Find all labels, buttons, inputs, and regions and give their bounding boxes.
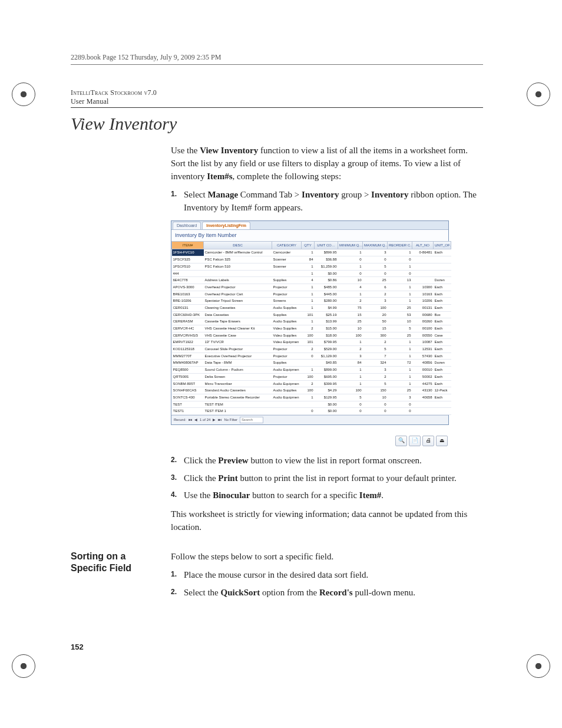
table-row[interactable]: BRE10163Overhead Projector CartProjector… — [172, 291, 451, 298]
column-header[interactable]: ALT_NO — [412, 241, 434, 249]
print-button[interactable]: 🖨 — [422, 436, 434, 446]
table-cell: $13.99 — [315, 318, 338, 325]
tab-inventory-listing[interactable]: InventoryListingFrm — [202, 222, 250, 229]
nav-next-icon[interactable]: ▶ — [213, 417, 216, 423]
table-cell: 100 — [302, 373, 315, 380]
table-cell: $18.00 — [315, 332, 338, 339]
table-cell: 1PSCF510 — [172, 263, 204, 270]
running-head: IntelliTrack Stockroom v7.0 User Manual — [71, 88, 483, 106]
text: button to view the list in report format… — [249, 456, 422, 465]
table-cell: Cassette Tape Erasers — [204, 318, 272, 325]
table-cell: Supplies — [272, 277, 302, 284]
table-cell: 5 — [363, 346, 388, 353]
sort-step-1: 1. Place the mouse cursor in the desired… — [171, 569, 483, 582]
table-row[interactable]: CERERASMCassette Tape ErasersAudio Suppl… — [172, 318, 451, 325]
text: Use the — [171, 146, 200, 155]
nav-first-icon[interactable]: ⏮ — [189, 417, 192, 423]
table-row[interactable]: CERVCR-HCVHS Cassette Head Cleaner KitVi… — [172, 325, 451, 332]
table-cell: Portable Stereo Cassette Recorder — [204, 394, 272, 401]
table-row[interactable]: 6E4C778Address LabelsSupplies4$0.8610251… — [172, 277, 451, 284]
table-cell: Video Equipmen — [272, 339, 302, 346]
table-row[interactable]: QRT500SDelta ScreenProjector100$695.0012… — [172, 373, 451, 380]
table-cell: Audio Equipmen — [272, 380, 302, 387]
table-cell: Each — [434, 380, 451, 387]
table-cell: 3 — [388, 394, 412, 401]
table-row[interactable]: BRE-10206Spectator Tripod ScreenScreens1… — [172, 298, 451, 305]
table-row[interactable]: KOD1125318Carousel Slide ProjectorProjec… — [172, 346, 451, 353]
no-filter-label[interactable]: No Filter — [224, 417, 237, 423]
record-nav: Record: ⏮ ◀ 1 of 24 ▶ ⏭ No Filter — [171, 415, 448, 424]
column-header[interactable]: QTY — [302, 241, 315, 249]
inventory-screenshot: Dashboard InventoryListingFrm Inventory … — [171, 220, 449, 425]
inventory-table: ITEM#DESCCATEGORYQTYUNIT CO…MINIMUM Q…MA… — [171, 241, 451, 415]
table-cell: SONHF60CAS — [172, 387, 204, 394]
crop-mark — [527, 654, 550, 678]
table-row[interactable]: 4441$0.00000 — [172, 270, 451, 277]
table-row[interactable]: SONBM-805TMicro TranscriberAudio Equipme… — [172, 380, 451, 387]
table-row[interactable]: EMRVT192213" TV/VCRVideo Equipmen101$799… — [172, 339, 451, 346]
step-number: 1. — [171, 189, 177, 199]
column-header[interactable]: DESC — [204, 241, 272, 249]
column-header[interactable]: UNIT_OF… — [434, 241, 451, 249]
nav-last-icon[interactable]: ⏭ — [218, 417, 222, 423]
product-name: IntelliTrack Stockroom v7.0 — [71, 88, 157, 97]
sorting-intro: Follow the steps below to sort a specifi… — [171, 551, 483, 564]
table-cell: Address Labels — [204, 277, 272, 284]
table-row[interactable]: MMM2770TExecutive Overhead ProjectorProj… — [172, 353, 451, 360]
table-cell: Audio Supplies — [272, 304, 302, 311]
table-cell: 12-Pack — [434, 387, 451, 394]
table-cell: 1 — [388, 249, 412, 256]
table-cell: 0 — [388, 408, 412, 415]
table-cell: 1 — [338, 291, 363, 298]
table-row[interactable]: CERC60HD-3PKData CassettesSupplies101$25… — [172, 311, 451, 318]
table-cell: Audio Supplies — [272, 387, 302, 394]
column-header[interactable]: MAXIMUM Q… — [363, 241, 388, 249]
table-row[interactable]: TESTTEST ITEM$0.00000 — [172, 401, 451, 408]
search-input[interactable] — [240, 417, 263, 423]
table-cell: MMM2770T — [172, 353, 204, 360]
table-cell: 1 — [302, 318, 315, 325]
table-cell: 10300 — [412, 284, 434, 291]
table-cell: 1 — [338, 339, 363, 346]
table-row[interactable]: 1PSCF325PSC Falcon 325Scanner84$36.88000 — [172, 256, 451, 263]
table-cell: Projector — [272, 373, 302, 380]
table-row[interactable]: 1PSCF510PSC Falcon 510Scanner1$1,259.001… — [172, 263, 451, 270]
column-header[interactable]: MINIMUM Q… — [338, 241, 363, 249]
table-cell — [272, 401, 302, 408]
tab-dashboard[interactable]: Dashboard — [173, 222, 201, 229]
table-cell: Carousel Slide Projector — [204, 346, 272, 353]
step-3: 3. Click the Print button to print the l… — [171, 472, 483, 485]
table-cell: 2 — [302, 380, 315, 387]
text: Select — [184, 190, 207, 199]
table-cell: 0 — [363, 401, 388, 408]
table-row[interactable]: CERVCRVHS/3VHS Cassette CaseVideo Suppli… — [172, 332, 451, 339]
table-row[interactable]: APOVS-3000Overhead ProjectorProjector1$4… — [172, 284, 451, 291]
table-row[interactable]: 1FSH-FVC10Camcorder - 8MM w/Remote Contr… — [172, 249, 451, 256]
column-header[interactable]: ITEM# — [172, 241, 204, 249]
table-cell: 1PSCF325 — [172, 256, 204, 263]
table-cell: 15 — [363, 325, 388, 332]
table-cell: 1 — [302, 298, 315, 305]
table-cell: $4.29 — [315, 387, 338, 394]
table-row[interactable]: TEST1TEST ITEM 10$0.00000 — [172, 408, 451, 415]
table-row[interactable]: MMM40806TAPData Tape - 8MMSupplies$40.85… — [172, 360, 451, 367]
table-cell: 2 — [302, 346, 315, 353]
table-row[interactable]: SONHF60CASStandard Audio CassettesAudio … — [172, 387, 451, 394]
table-cell: Each — [434, 367, 451, 374]
table-cell: Each — [434, 249, 451, 256]
preview-button[interactable]: 📄 — [409, 436, 421, 446]
binocular-button[interactable]: 🔍 — [395, 436, 407, 446]
column-header[interactable]: CATEGORY — [272, 241, 302, 249]
table-cell: 0 — [338, 256, 363, 263]
text-bold: Preview — [218, 456, 248, 465]
column-header[interactable]: UNIT CO… — [315, 241, 338, 249]
table-cell: 4 — [338, 284, 363, 291]
table-cell: PEQ8500 — [172, 367, 204, 374]
close-button[interactable]: ⏏ — [436, 436, 448, 446]
table-row[interactable]: CER0131Cleaning CassettesAudio Supplies1… — [172, 304, 451, 311]
nav-prev-icon[interactable]: ◀ — [194, 417, 197, 423]
table-row[interactable]: PEQ8500Sound Column - PodiumAudio Equipm… — [172, 367, 451, 374]
table-cell: Projector — [272, 346, 302, 353]
column-header[interactable]: REORDER C… — [388, 241, 412, 249]
table-row[interactable]: SONTCS-430Portable Stereo Cassette Recor… — [172, 394, 451, 401]
